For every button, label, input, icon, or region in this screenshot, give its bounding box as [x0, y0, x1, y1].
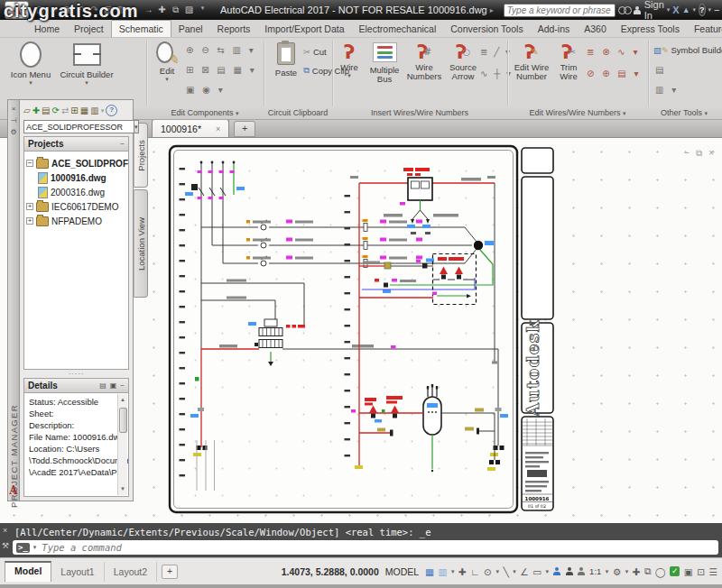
qat-copy-icon[interactable]: ⧉: [170, 5, 181, 15]
toolbar-overflow-chevron-icon[interactable]: ▾: [101, 107, 105, 115]
command-customize-wrench-icon[interactable]: ⚒: [2, 541, 9, 550]
layout-tab-layout1[interactable]: Layout1: [51, 562, 104, 582]
snap-chevron-icon[interactable]: ▾: [451, 568, 455, 575]
project-file-icon[interactable]: ▤: [42, 106, 50, 115]
tab-featured-apps[interactable]: Featured Apps: [687, 21, 722, 37]
command-close-icon[interactable]: ×: [3, 526, 7, 535]
graphics-performance-icon[interactable]: ✓: [670, 566, 680, 576]
model-space-label[interactable]: MODEL: [385, 566, 419, 577]
tab-express-tools[interactable]: Express Tools: [614, 21, 687, 37]
help-chevron-icon[interactable]: ▾: [708, 6, 712, 14]
qat-properties-icon[interactable]: ▨: [183, 5, 195, 15]
qat-forward-icon[interactable]: →: [143, 5, 154, 15]
new-project-icon[interactable]: ✚: [32, 106, 40, 115]
tab-a360[interactable]: A360: [577, 21, 614, 37]
qat-save-icon[interactable]: ▣: [61, 5, 73, 15]
dynamic-input-icon[interactable]: ✚: [458, 566, 467, 577]
tab-project[interactable]: Project: [67, 21, 111, 37]
scroll-down-icon[interactable]: ▼: [120, 483, 125, 495]
tree-item-drawing[interactable]: 1000916.dwg: [26, 170, 126, 185]
a360-icon[interactable]: ▲: [682, 5, 690, 14]
annotation-monitor-icon[interactable]: ✚: [633, 566, 641, 577]
qat-new-icon[interactable]: ▢: [34, 5, 46, 15]
tab-schematic[interactable]: Schematic: [111, 20, 171, 37]
drawing-tab-close-icon[interactable]: ×: [216, 124, 220, 133]
tab-reports[interactable]: Reports: [210, 21, 258, 37]
snap-mode-icon[interactable]: ▥: [439, 566, 448, 577]
polar-chevron-icon[interactable]: ▾: [495, 568, 499, 575]
annotation-autoscale-icon[interactable]: [565, 567, 573, 575]
circuit-builder-button[interactable]: Circuit Builder ▾: [58, 41, 116, 87]
sync-folder-icon[interactable]: ⊞: [70, 106, 78, 115]
grid-display-icon[interactable]: ▦: [425, 566, 434, 577]
cut-button[interactable]: ✂ Cut: [303, 47, 327, 57]
panel-title-insert-wires[interactable]: Insert Wires/Wire Numbers: [334, 108, 505, 117]
schematic-drawing[interactable]: Autodesk 1000916 01 of 02: [167, 142, 582, 518]
application-menu-button[interactable]: A: [5, 1, 29, 19]
plot-publish-icon[interactable]: ▥: [90, 106, 98, 115]
layout-tab-model[interactable]: Model: [5, 561, 51, 582]
palette-properties-icon[interactable]: ⚙: [10, 128, 16, 136]
palette-tab-location-view[interactable]: Location View: [134, 189, 148, 298]
open-project-icon[interactable]: ▱: [23, 106, 31, 115]
details-preview-icon[interactable]: ▣: [110, 381, 117, 390]
coordinates-readout[interactable]: 1.4073, 5.2888, 0.0000: [282, 566, 379, 577]
panel-title-edit-components[interactable]: Edit Components ▾: [148, 108, 262, 117]
command-recent-chevron-icon[interactable]: ▾: [33, 544, 37, 551]
qat-sheet-icon[interactable]: ▥: [116, 5, 127, 15]
tree-item-project[interactable]: + NFPADEMO: [26, 214, 126, 228]
edit-wire-number-button[interactable]: ʔ✎ Edit Wire Number: [512, 41, 551, 82]
clean-screen-icon[interactable]: ⊡: [697, 566, 705, 577]
sign-in-chevron-icon[interactable]: ▾: [667, 6, 671, 14]
edit-wires-tools-row[interactable]: ≣ ⊗ ∿ ▾: [587, 47, 641, 57]
panel-title-circuit-clipboard[interactable]: Circuit Clipboard: [265, 108, 330, 117]
projects-section-header[interactable]: Projects −: [23, 136, 129, 152]
tab-panel[interactable]: Panel: [171, 21, 210, 37]
add-layout-button[interactable]: +: [162, 565, 178, 579]
details-collapse-icon[interactable]: −: [120, 381, 125, 390]
projects-collapse-icon[interactable]: −: [120, 140, 125, 148]
wire-button[interactable]: ʔ Wire ▾: [336, 41, 363, 79]
details-scrollbar[interactable]: ▲ ▼: [117, 394, 127, 495]
isolate-objects-icon[interactable]: ▣: [684, 566, 693, 577]
wire-numbers-button[interactable]: ʔ# Wire Numbers: [406, 41, 442, 82]
palette-close-icon[interactable]: ×: [12, 105, 16, 113]
workspace-switching-icon[interactable]: ⚙: [613, 566, 621, 577]
update-retag-icon[interactable]: ⇄: [61, 106, 69, 115]
project-selector-chevron-icon[interactable]: ▾: [134, 120, 139, 133]
osnap-chevron-icon[interactable]: ▾: [546, 568, 550, 575]
palette-splitter[interactable]: ⋅⋅⋅⋅⋅: [23, 370, 129, 378]
tab-electromechanical[interactable]: Electromechanical: [351, 21, 443, 37]
panel-title-other-tools[interactable]: Other Tools ▾: [650, 108, 718, 117]
icon-menu-button[interactable]: Icon Menu ▾: [7, 41, 54, 87]
project-selector-input[interactable]: [23, 120, 134, 133]
exchange-apps-icon[interactable]: X: [672, 5, 679, 15]
palette-help-icon[interactable]: ?: [106, 105, 117, 116]
sign-in-person-icon[interactable]: [634, 6, 642, 14]
osnap-tracking-icon[interactable]: ∠: [520, 566, 528, 577]
units-icon[interactable]: ◯: [655, 566, 666, 577]
tab-import-export-data[interactable]: Import/Export Data: [257, 21, 351, 37]
command-input[interactable]: [40, 541, 715, 554]
qat-undo-icon[interactable]: ↶: [75, 5, 87, 15]
expand-box-icon[interactable]: +: [26, 217, 33, 225]
palette-autohide-icon[interactable]: ⊣: [11, 116, 17, 124]
qat-select-icon[interactable]: ✚: [156, 5, 168, 15]
trim-wire-button[interactable]: ʔ✂ Trim Wire: [553, 41, 584, 82]
search-flyout-arrow-icon[interactable]: ▸: [490, 6, 494, 14]
quick-properties-icon[interactable]: ⧉: [644, 565, 652, 577]
qat-back-icon[interactable]: ←: [129, 5, 141, 15]
qat-plot-icon[interactable]: ▤: [102, 5, 114, 15]
collapse-box-icon[interactable]: −: [26, 160, 33, 167]
drawing-list-icon[interactable]: ▦: [80, 106, 88, 115]
edit-wires-tools-row[interactable]: ⊘ ⊕ ▤ ▾: [587, 69, 642, 78]
tree-item-project-root[interactable]: − ACE_SOLIDPROFESSOR: [26, 156, 126, 170]
annotation-scale-value[interactable]: 1:1: [589, 566, 601, 576]
tab-conversion-tools[interactable]: Conversion Tools: [443, 21, 530, 37]
scroll-up-icon[interactable]: ▲: [120, 394, 125, 406]
polar-tracking-icon[interactable]: ⊙: [484, 566, 492, 577]
help-icon[interactable]: ?: [699, 4, 706, 16]
a360-chevron-icon[interactable]: ▾: [693, 6, 697, 14]
symbol-builder-button[interactable]: ▧✎ Symbol Builder ▾: [653, 45, 722, 55]
customization-menu-icon[interactable]: ☰: [709, 566, 717, 577]
